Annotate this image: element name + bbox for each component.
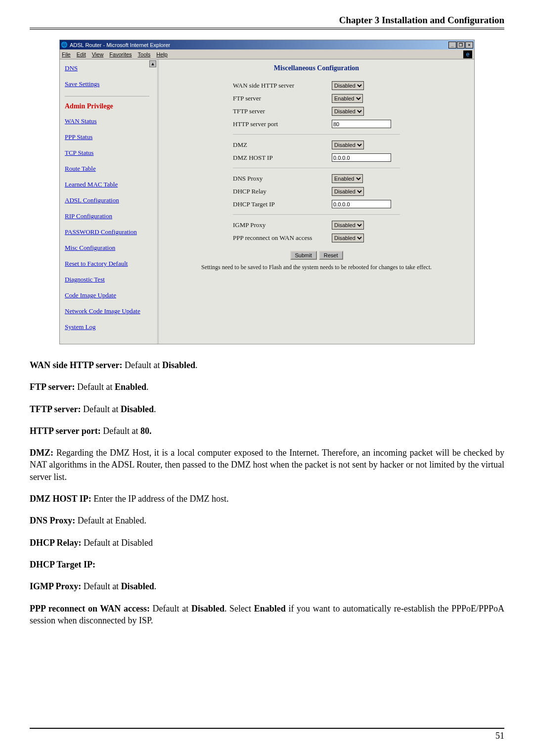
sidebar-link-network-code-image[interactable]: Network Code Image Update: [65, 307, 149, 315]
sidebar-link-wan-status[interactable]: WAN Status: [65, 117, 149, 125]
menubar: File Edit View Favorites Tools Help e: [60, 49, 474, 59]
input-dhcp-target[interactable]: [332, 200, 391, 208]
input-dmz-host[interactable]: [332, 153, 391, 162]
sidebar-link-save[interactable]: Save Settings: [65, 80, 149, 88]
sidebar-link-adsl-config[interactable]: ADSL Configuration: [65, 196, 149, 204]
row-dhcp-relay: DHCP Relay Disabled: [233, 185, 464, 198]
select-tftp[interactable]: Disabled: [332, 107, 364, 116]
sidebar-link-password-config[interactable]: PASSWORD Configuration: [65, 228, 149, 236]
divider-3: [233, 214, 400, 215]
menu-view[interactable]: View: [92, 51, 104, 57]
sidebar-link-rip-config[interactable]: RIP Configuration: [65, 212, 149, 220]
term-igmp: IGMP Proxy:: [30, 581, 81, 591]
select-igmp[interactable]: Disabled: [332, 221, 364, 230]
ie-screenshot: 🌐 ADSL Router - Microsoft Internet Explo…: [59, 40, 475, 344]
sidebar-link-tcp-status[interactable]: TCP Status: [65, 149, 149, 157]
scroll-up-icon[interactable]: ▲: [149, 60, 156, 67]
admin-privilege-heading: Admin Privilege: [65, 102, 149, 110]
term-dhcp-relay: DHCP Relay:: [30, 538, 81, 548]
label-wan-http: WAN side HTTP server: [233, 82, 332, 90]
row-http-port: HTTP server port: [233, 118, 464, 130]
row-dmz: DMZ Disabled: [233, 139, 464, 151]
term-wan-http: WAN side HTTP server:: [30, 360, 122, 370]
sidebar-link-diagnostic[interactable]: Diagnostic Test: [65, 276, 149, 284]
header-rule: [30, 28, 504, 30]
note-text: Settings need to be saved to Flash and t…: [169, 264, 464, 271]
row-ftp: FTP server Enabled: [233, 92, 464, 105]
divider-2: [233, 168, 400, 168]
divider-1: [233, 134, 400, 135]
sidebar-divider: [65, 96, 149, 96]
sidebar-link-route-table[interactable]: Route Table: [65, 165, 149, 173]
menu-favorites[interactable]: Favorites: [109, 51, 132, 57]
term-http-port: HTTP server port:: [30, 426, 101, 436]
submit-button[interactable]: Submit: [290, 251, 317, 260]
page-footer: 51: [30, 728, 504, 741]
select-dns-proxy[interactable]: Enabled: [332, 174, 363, 183]
row-ppp-reconnect: PPP reconnect on WAN access Disabled: [233, 232, 464, 244]
button-row: Submit Reset: [169, 250, 464, 260]
browser-body: ▲ DNS Save Settings Admin Privilege WAN …: [60, 59, 474, 344]
term-ftp: FTP server:: [30, 382, 75, 392]
select-ftp[interactable]: Enabled: [332, 94, 363, 103]
input-http-port[interactable]: [332, 120, 391, 128]
menu-edit[interactable]: Edit: [77, 51, 86, 57]
sidebar-link-misc-config[interactable]: Misc Configuration: [65, 244, 149, 252]
sidebar-link-ppp-status[interactable]: PPP Status: [65, 133, 149, 141]
select-wan-http[interactable]: Disabled: [332, 81, 364, 90]
label-igmp: IGMP Proxy: [233, 221, 332, 229]
window-title: ADSL Router - Microsoft Internet Explore…: [70, 42, 170, 48]
label-http-port: HTTP server port: [233, 120, 332, 128]
ie-logo-icon: e: [463, 50, 472, 58]
sidebar-link-system-log[interactable]: System Log: [65, 323, 149, 331]
sidebar-link-dns[interactable]: DNS: [65, 64, 149, 72]
close-button[interactable]: ×: [465, 42, 473, 48]
document-body: WAN side HTTP server: Default at Disable…: [30, 359, 504, 626]
footer-rule: [30, 728, 504, 729]
term-dns-proxy: DNS Proxy:: [30, 516, 75, 525]
label-dhcp-target: DHCP Target IP: [233, 200, 332, 208]
term-ppp-reconnect: PPP reconnect on WAN access:: [30, 604, 150, 614]
label-dmz: DMZ: [233, 141, 332, 149]
maximize-button[interactable]: ❐: [457, 42, 465, 48]
row-wan-http: WAN side HTTP server Disabled: [233, 79, 464, 92]
select-ppp-reconnect[interactable]: Disabled: [332, 234, 364, 242]
label-ftp: FTP server: [233, 94, 332, 102]
label-dns-proxy: DNS Proxy: [233, 175, 332, 183]
menu-help[interactable]: Help: [156, 51, 168, 57]
select-dhcp-relay[interactable]: Disabled: [332, 187, 364, 196]
term-dhcp-target: DHCP Target IP:: [30, 560, 95, 569]
minimize-button[interactable]: _: [448, 42, 456, 48]
term-dmz: DMZ:: [30, 448, 53, 458]
window-controls: _ ❐ ×: [448, 42, 473, 48]
panel-title: Miscellaneous Configuration: [169, 64, 464, 72]
ie-icon: 🌐: [61, 42, 68, 48]
select-dmz[interactable]: Disabled: [332, 141, 364, 149]
menu-file[interactable]: File: [62, 51, 71, 57]
row-tftp: TFTP server Disabled: [233, 105, 464, 118]
row-dmz-host: DMZ HOST IP: [233, 151, 464, 164]
label-ppp-reconnect: PPP reconnect on WAN access: [233, 234, 332, 242]
row-dns-proxy: DNS Proxy Enabled: [233, 172, 464, 185]
main-panel: Miscellaneous Configuration WAN side HTT…: [159, 59, 474, 344]
term-tftp: TFTP server:: [30, 404, 81, 414]
row-dhcp-target: DHCP Target IP: [233, 198, 464, 210]
label-dhcp-relay: DHCP Relay: [233, 188, 332, 195]
titlebar: 🌐 ADSL Router - Microsoft Internet Explo…: [60, 40, 474, 49]
term-dmz-host: DMZ HOST IP:: [30, 494, 91, 504]
reset-button[interactable]: Reset: [319, 251, 343, 260]
sidebar-link-mac-table[interactable]: Learned MAC Table: [65, 181, 149, 189]
label-tftp: TFTP server: [233, 107, 332, 115]
sidebar-link-code-image[interactable]: Code Image Update: [65, 291, 149, 299]
page-number: 51: [30, 731, 504, 741]
sidebar: ▲ DNS Save Settings Admin Privilege WAN …: [60, 59, 159, 344]
label-dmz-host: DMZ HOST IP: [233, 154, 332, 162]
menu-tools[interactable]: Tools: [138, 51, 151, 57]
sidebar-link-factory-default[interactable]: Reset to Factory Default: [65, 260, 149, 268]
chapter-header: Chapter 3 Installation and Configuration: [30, 15, 504, 26]
row-igmp: IGMP Proxy Disabled: [233, 219, 464, 232]
